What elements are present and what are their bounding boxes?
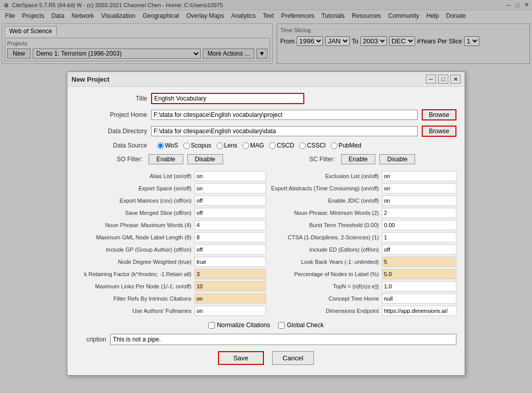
dialog-overlay: New Project ─ □ ✕ Title Project Home Bro…	[0, 0, 532, 66]
